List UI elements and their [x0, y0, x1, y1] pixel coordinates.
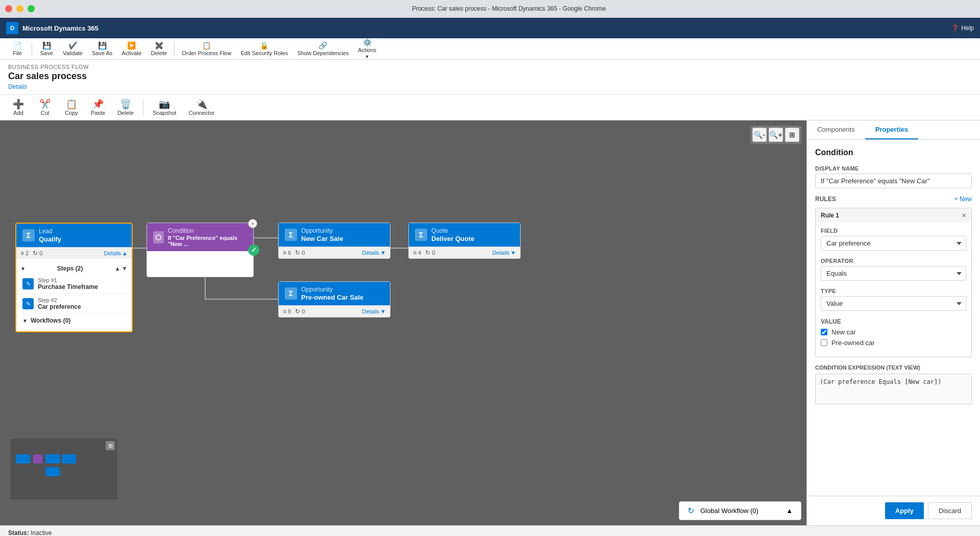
- save-button[interactable]: 💾 Save: [35, 40, 58, 58]
- show-dependencies-button[interactable]: 🔗 Show Dependencies: [293, 40, 353, 58]
- edit-security-button[interactable]: 🔒 Edit Security Roles: [236, 40, 292, 58]
- zoom-in-button[interactable]: 🔍+: [769, 128, 783, 142]
- snapshot-tool-button[interactable]: 📷 Snapshot: [148, 96, 181, 119]
- opp-new-refresh-icon: ↻: [295, 249, 300, 256]
- operator-row: Operator Equals: [821, 258, 966, 281]
- save-as-icon: 💾: [98, 42, 107, 49]
- opp-pre-header-icon: Σ: [285, 287, 297, 300]
- panel-section-title: Condition: [815, 148, 972, 157]
- quote-refresh-count: 0: [432, 250, 435, 256]
- cut-tool-button[interactable]: ✂️ Cut: [33, 96, 57, 119]
- lead-details-btn[interactable]: Details ▲: [104, 250, 128, 256]
- global-workflow-chevron[interactable]: ▲: [786, 507, 793, 515]
- status-value: Inactive: [31, 529, 52, 537]
- workflows-header[interactable]: ▼ Workflows (0): [20, 314, 128, 327]
- file-icon: 📄: [13, 42, 22, 49]
- node-opp-new[interactable]: Σ Opportunity New Car Sale ≡ 6 ↻ 0 Detai…: [278, 223, 390, 259]
- edit-security-icon: 🔒: [260, 42, 268, 49]
- field-select[interactable]: Car preference: [821, 236, 966, 251]
- activate-icon: ▶️: [127, 42, 136, 49]
- browser-minimize-btn[interactable]: [16, 5, 23, 12]
- mini-node-lead: [16, 454, 30, 464]
- canvas-area[interactable]: 🔍- 🔍+ ⊞ Σ Lead Qualify: [0, 120, 806, 525]
- type-label: Type: [821, 288, 966, 294]
- order-process-button[interactable]: 📋 Order Process Flow: [178, 40, 235, 58]
- quote-header: Σ Quote Deliver Quote: [409, 223, 520, 247]
- validate-icon: ✔️: [68, 42, 77, 49]
- paste-tool-label: Paste: [91, 110, 105, 116]
- value-new-car-checkbox[interactable]: [821, 329, 827, 335]
- new-rule-button[interactable]: + New: [954, 196, 972, 203]
- quote-details-btn[interactable]: Details ▼: [492, 250, 516, 256]
- mini-node-condition: [33, 454, 42, 464]
- rule-1-header: Rule 1 ×: [816, 208, 971, 223]
- value-new-car-item: New car: [821, 328, 966, 336]
- steps-up-btn[interactable]: ▲: [114, 265, 120, 272]
- copy-tool-button[interactable]: 📋 Copy: [59, 96, 84, 119]
- file-button[interactable]: 📄 File: [6, 40, 29, 58]
- mini-map-expand-btn[interactable]: ⊞: [106, 441, 115, 450]
- delete-ribbon-button[interactable]: ✖️ Delete: [146, 40, 171, 58]
- delete-tool-button[interactable]: 🗑️ Delete: [112, 96, 139, 119]
- lead-header-text: Lead Qualify: [39, 228, 61, 243]
- tab-properties[interactable]: Properties: [865, 120, 918, 139]
- help-button[interactable]: ❓ Help: [951, 25, 974, 32]
- display-name-label: Display Name: [815, 165, 972, 172]
- operator-select[interactable]: Equals: [821, 266, 966, 281]
- snapshot-tool-icon: 📷: [159, 100, 170, 109]
- save-as-button[interactable]: 💾 Save As: [88, 40, 116, 58]
- details-link[interactable]: Details: [8, 83, 27, 90]
- global-workflow[interactable]: ↻ Global Workflow (0) ▲: [679, 501, 801, 520]
- display-name-input[interactable]: [815, 174, 972, 188]
- opp-pre-footer: ≡ 9 ↻ 0 Details ▼: [279, 305, 390, 317]
- node-quote[interactable]: Σ Quote Deliver Quote ≡ 4 ↻ 0 Details ▼: [408, 223, 521, 259]
- opp-new-details-chevron: ▼: [380, 250, 386, 256]
- quote-header-text: Quote Deliver Quote: [431, 227, 475, 242]
- condition-node-type: Condition: [168, 227, 247, 234]
- activate-button[interactable]: ▶️ Activate: [117, 40, 145, 58]
- discard-button[interactable]: Discard: [928, 502, 972, 519]
- connector-tool-button[interactable]: 🔌 Connector: [183, 96, 219, 119]
- opp-pre-details-label: Details: [362, 308, 379, 314]
- steps-header[interactable]: ▼ Steps (2) ▲ ▼: [20, 263, 128, 274]
- step-1-item[interactable]: ✎ Step #1 Purchase Timeframe: [20, 274, 128, 294]
- tab-components[interactable]: Components: [807, 120, 865, 139]
- opp-pre-details-btn[interactable]: Details ▼: [362, 308, 386, 314]
- node-condition[interactable]: ⬡ Condition If "Car Preference" equals "…: [146, 223, 254, 277]
- node-opp-pre[interactable]: Σ Opportunity Pre-owned Car Sale ≡ 9 ↻ 0…: [278, 281, 390, 318]
- step-2-item[interactable]: ✎ Step #2 Car preference: [20, 294, 128, 314]
- condition-close-btn[interactable]: ×: [248, 219, 257, 228]
- opp-pre-steps-count: 9: [288, 308, 291, 314]
- cut-tool-icon: ✂️: [39, 100, 51, 109]
- condition-node-header: ⬡ Condition If "Car Preference" equals "…: [147, 223, 253, 251]
- connector-tool-label: Connector: [188, 110, 214, 116]
- mini-map[interactable]: ⊞: [10, 438, 117, 500]
- zoom-out-button[interactable]: 🔍-: [752, 128, 767, 142]
- value-pre-owned-checkbox[interactable]: [821, 339, 827, 346]
- tool-separator: [143, 100, 143, 116]
- browser-close-btn[interactable]: [5, 5, 12, 12]
- condition-expr-textarea[interactable]: (Car preference Equals [New car]): [815, 374, 972, 404]
- validate-button[interactable]: ✔️ Validate: [59, 40, 87, 58]
- type-select[interactable]: Value: [821, 296, 966, 311]
- node-lead[interactable]: Σ Lead Qualify ≡ 2 ↻ 0 Details ▲: [15, 223, 133, 332]
- add-tool-button[interactable]: ➕ Add: [6, 96, 31, 119]
- opp-pre-details-chevron: ▼: [380, 308, 386, 314]
- condition-check: ✓: [248, 245, 259, 256]
- quote-footer: ≡ 4 ↻ 0 Details ▼: [409, 247, 520, 258]
- delete-tool-icon: 🗑️: [120, 100, 131, 109]
- actions-button[interactable]: ⚙️ Actions ▼: [354, 40, 380, 58]
- opp-new-details-btn[interactable]: Details ▼: [362, 250, 386, 256]
- steps-down-btn[interactable]: ▼: [121, 265, 128, 272]
- mini-node-quote: [62, 454, 76, 464]
- delete-ribbon-icon: ✖️: [155, 42, 163, 49]
- fit-view-button[interactable]: ⊞: [785, 128, 799, 142]
- opp-pre-refresh-badge: ↻ 0: [295, 308, 305, 315]
- browser-maximize-btn[interactable]: [28, 5, 35, 12]
- opp-new-header-text: Opportunity New Car Sale: [301, 227, 343, 242]
- rule-1-box: Rule 1 × Field Car preference Operator: [815, 208, 972, 357]
- rule-1-close-btn[interactable]: ×: [962, 211, 966, 220]
- apply-button[interactable]: Apply: [885, 502, 924, 519]
- steps-controls: ▲ ▼: [114, 265, 128, 272]
- paste-tool-button[interactable]: 📌 Paste: [86, 96, 110, 119]
